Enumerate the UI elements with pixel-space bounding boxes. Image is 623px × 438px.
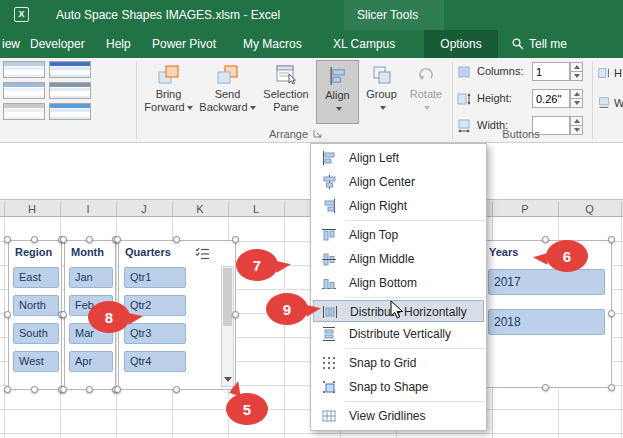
group-icon [360,62,403,88]
slicer-style-thumbnail[interactable] [3,61,45,78]
slicer-style-thumbnail[interactable] [3,103,45,120]
slicer-item-qtr4[interactable]: Qtr4 [124,351,186,372]
selection-handle[interactable] [4,386,11,393]
column-header[interactable]: K [172,200,228,218]
slicer-style-thumbnail[interactable] [49,82,91,99]
slicer-region[interactable]: Region East North South West [8,240,62,390]
align-dropdown-menu: Align Left Align Center Align Right Alig… [310,143,487,431]
tab-xl-campus[interactable]: XL Campus [333,30,395,58]
selection-handle[interactable] [232,236,239,243]
selection-handle[interactable] [608,384,615,391]
slicer-style-thumbnail[interactable] [49,61,91,78]
callout-7: 7 [236,249,278,281]
slicer-item-west[interactable]: West [13,351,59,372]
menu-item-align-bottom[interactable]: Align Bottom [311,271,486,295]
slicer-item-qtr3[interactable]: Qtr3 [124,323,186,344]
selection-handle[interactable] [114,386,121,393]
group-button[interactable]: Group [360,60,403,124]
slicer-item-east[interactable]: East [13,267,59,288]
column-header[interactable]: L [228,200,284,218]
selection-handle[interactable] [31,236,38,243]
tab-view-partial[interactable]: iew [2,30,20,58]
tab-developer[interactable]: Developer [30,30,85,58]
column-header[interactable]: H [4,200,60,218]
selection-handle[interactable] [60,311,67,318]
tab-my-macros[interactable]: My Macros [243,30,302,58]
selection-handle[interactable] [60,236,67,243]
selection-pane-button[interactable]: Selection Pane [258,60,314,124]
selection-handle[interactable] [173,386,180,393]
align-icon [317,63,358,89]
excel-window: X Auto Space Shapes IMAGES.xlsm - Excel … [0,0,623,438]
send-backward-label-1: Send [199,88,256,101]
menu-item-view-gridlines[interactable]: View Gridlines [311,404,486,428]
menu-item-align-center[interactable]: Align Center [311,170,486,194]
selection-handle[interactable] [86,236,93,243]
ribbon-group-separator [136,61,137,139]
tab-power-pivot[interactable]: Power Pivot [152,30,216,58]
menu-separator [345,220,485,221]
selection-handle[interactable] [608,236,615,243]
scroll-down-button[interactable] [223,374,232,385]
selection-handle[interactable] [608,310,615,317]
menu-item-align-right[interactable]: Align Right [311,194,486,218]
dialog-launcher-icon[interactable] [313,129,323,139]
selection-handle[interactable] [60,386,67,393]
slicer-style-thumbnail[interactable] [3,82,45,99]
multi-select-icon[interactable] [195,247,210,260]
spinner-down-button[interactable] [570,71,583,81]
menu-item-align-top[interactable]: Align Top [311,223,486,247]
columns-input[interactable] [532,62,570,81]
selection-handle[interactable] [542,384,549,391]
menu-item-align-middle[interactable]: Align Middle [311,247,486,271]
spinner-down-button[interactable] [570,98,583,108]
column-header[interactable]: I [60,200,116,218]
selection-handle[interactable] [86,386,93,393]
column-header[interactable]: Q [558,200,621,218]
callout-number: 8 [88,301,130,333]
selection-handle[interactable] [232,311,239,318]
send-backward-button[interactable]: Send Backward [199,60,256,124]
tab-tell-me[interactable]: Tell me [512,30,567,58]
menu-item-snap-to-grid[interactable]: Snap to Grid [311,351,486,375]
tell-me-label: Tell me [529,30,567,58]
slicer-item-south[interactable]: South [13,323,59,344]
selection-handle[interactable] [31,386,38,393]
size-width-partial: W [597,94,623,114]
column-header[interactable]: J [116,200,172,218]
tab-options[interactable]: Options [424,30,498,58]
callout-5: 5 [226,393,268,425]
height-input[interactable] [532,89,570,108]
slicer-region-title: Region [15,246,52,258]
selection-handle[interactable] [4,311,11,318]
callout-number: 9 [266,293,308,325]
chevron-down-icon [336,107,342,111]
align-left-icon [321,150,337,166]
chevron-down-icon [380,106,386,110]
slicer-item-qtr1[interactable]: Qtr1 [124,267,186,288]
align-top-icon [321,227,337,243]
menu-item-distribute-vertically[interactable]: Distribute Vertically [311,322,486,346]
menu-item-label: Align Left [349,151,399,165]
selection-handle[interactable] [4,236,11,243]
columns-label: Columns: [477,65,523,77]
menu-item-snap-to-shape[interactable]: Snap to Shape [311,375,486,399]
menu-item-align-left[interactable]: Align Left [311,146,486,170]
slicer-item-north[interactable]: North [13,295,59,316]
slicer-item-apr[interactable]: Apr [69,351,113,372]
columns-icon [456,64,472,82]
menu-item-label: View Gridlines [349,409,425,423]
slicer-item-2018[interactable]: 2018 [488,309,605,335]
scrollbar-thumb[interactable] [223,268,232,326]
slicer-style-thumbnail[interactable] [49,103,91,120]
columns-spinner [570,62,583,81]
selection-handle[interactable] [173,236,180,243]
slicer-item-jan[interactable]: Jan [69,267,113,288]
slicer-item-2017[interactable]: 2017 [488,269,605,295]
tab-help[interactable]: Help [106,30,131,58]
selection-handle[interactable] [114,236,121,243]
column-header[interactable]: P [492,200,558,218]
slicer-scrollbar[interactable] [221,266,234,387]
align-button[interactable]: Align [316,60,359,124]
bring-forward-button[interactable]: Bring Forward [140,60,197,124]
